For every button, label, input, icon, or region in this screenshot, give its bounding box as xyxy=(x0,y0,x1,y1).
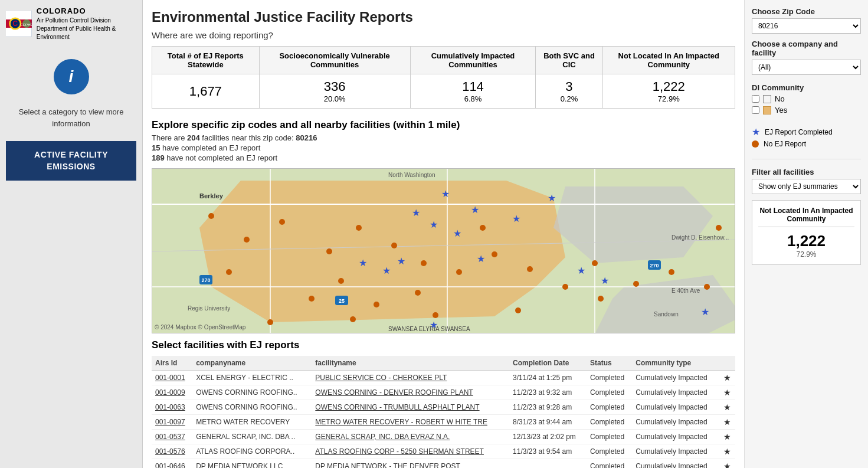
no-ej-label: No EJ Report xyxy=(764,140,806,148)
svg-text:★: ★ xyxy=(601,276,609,286)
col-header-cic: Cumulatively Impacted Communities xyxy=(410,47,536,74)
svg-point-50 xyxy=(267,319,273,325)
svg-point-55 xyxy=(226,269,232,275)
cell-company: DP MEDIA NETWORK LLC xyxy=(192,459,312,469)
table-row[interactable]: 001-0576 ATLAS ROOFING CORPORA.. ATLAS R… xyxy=(152,444,735,459)
cell-star: ★ xyxy=(719,385,735,400)
cell-date: 11/2/23 at 9:32 am xyxy=(509,385,587,400)
svg-text:★: ★ xyxy=(453,228,461,238)
zip-code-select[interactable]: 80216 xyxy=(752,18,861,34)
cell-airs-id[interactable]: 001-0576 xyxy=(152,444,192,459)
choose-company-section: Choose a company and facility (All) xyxy=(752,40,861,75)
select-category-text: Select a category to view more informati… xyxy=(6,106,136,129)
svg-text:★: ★ xyxy=(577,266,585,276)
cell-facility[interactable]: METRO WATER RECOVERY - ROBERT W HITE TRE xyxy=(312,415,509,430)
not-located-box: Not Located In An Impacted Community 1,2… xyxy=(752,200,861,265)
explore-line3: 189 have not completed an EJ report xyxy=(152,153,735,162)
table-row[interactable]: 001-0537 GENERAL SCRAP, INC. DBA .. GENE… xyxy=(152,430,735,444)
cell-airs-id[interactable]: 001-0646 xyxy=(152,459,192,469)
svg-point-39 xyxy=(309,296,315,302)
cell-facility[interactable]: PUBLIC SERVICE CO - CHEROKEE PLT xyxy=(312,371,509,385)
choose-zip-section: Choose Zip Code 80216 xyxy=(752,7,861,34)
svg-point-34 xyxy=(326,248,332,254)
not-located-header: Not Located In An Impacted Community xyxy=(758,207,854,227)
svg-point-36 xyxy=(391,243,397,248)
di-no-checkbox[interactable] xyxy=(752,95,759,103)
svg-text:Berkley: Berkley xyxy=(199,192,224,199)
svg-point-38 xyxy=(338,278,344,284)
svg-text:★: ★ xyxy=(477,254,485,264)
cell-status: Completed xyxy=(587,400,632,415)
cell-facility[interactable]: ATLAS ROOFING CORP - 5250 SHERMAN STREET xyxy=(312,444,509,459)
explore-line1: There are 204 facilities near this zip c… xyxy=(152,133,735,142)
cell-airs-id[interactable]: 001-0063 xyxy=(152,400,192,415)
cell-airs-id[interactable]: 001-0001 xyxy=(152,371,192,385)
cell-company: ATLAS ROOFING CORPORA.. xyxy=(192,444,312,459)
cell-company: GENERAL SCRAP, INC. DBA .. xyxy=(192,430,312,444)
cell-airs-id[interactable]: 001-0097 xyxy=(152,415,192,430)
cell-facility[interactable]: GENERAL SCRAP, INC. DBA EVRAZ N.A. xyxy=(312,430,509,444)
svg-point-44 xyxy=(527,266,533,272)
cell-date: 8/31/23 at 9:44 am xyxy=(509,415,587,430)
stat-cic: 114 6.8% xyxy=(410,74,536,109)
svg-text:★: ★ xyxy=(471,205,479,215)
map-container[interactable]: 270 25 270 Berkley Regis University SWAN… xyxy=(152,168,735,333)
cell-date: 11/3/23 at 9:54 am xyxy=(509,444,587,459)
cell-status: Completed xyxy=(587,385,632,400)
cell-star: ★ xyxy=(719,444,735,459)
table-row[interactable]: 001-0063 OWENS CORNING ROOFING.. OWENS C… xyxy=(152,400,735,415)
th-airs-id: Airs Id xyxy=(152,356,192,371)
stat-svc: 336 20.0% xyxy=(259,74,410,109)
cell-status: Completed xyxy=(587,371,632,385)
svg-point-52 xyxy=(433,312,438,318)
col-header-svc: Socioeconomically Vulnerable Communities xyxy=(259,47,410,74)
cell-airs-id[interactable]: 001-0009 xyxy=(152,385,192,400)
th-status: Status xyxy=(587,356,632,371)
active-facility-button[interactable]: ACTIVE FACILITY EMISSIONS xyxy=(6,141,136,181)
filter-label: Filter all facilities xyxy=(752,168,861,176)
table-row[interactable]: 001-0009 OWENS CORNING ROOFING.. OWENS C… xyxy=(152,385,735,400)
table-row[interactable]: 001-0646 DP MEDIA NETWORK LLC DP MEDIA N… xyxy=(152,459,735,469)
cell-airs-id[interactable]: 001-0537 xyxy=(152,430,192,444)
svg-point-42 xyxy=(456,269,462,275)
svg-text:E 40th Ave: E 40th Ave xyxy=(672,287,700,294)
di-no-swatch xyxy=(763,95,771,103)
svg-text:North Washington: North Washington xyxy=(388,172,435,178)
cell-star: ★ xyxy=(719,400,735,415)
svg-text:★: ★ xyxy=(397,256,405,266)
col-header-total: Total # of EJ Reports Statewide xyxy=(152,47,260,74)
th-star xyxy=(719,356,735,371)
cell-date: 3/11/24 at 1:25 pm xyxy=(509,371,587,385)
table-row[interactable]: 001-0097 METRO WATER RECOVERY METRO WATE… xyxy=(152,415,735,430)
info-icon: i xyxy=(54,59,89,94)
filter-select[interactable]: Show only EJ summaries xyxy=(752,179,861,194)
di-no-row: No xyxy=(752,94,861,103)
svg-point-54 xyxy=(592,260,598,266)
map-svg: 270 25 270 Berkley Regis University SWAN… xyxy=(152,169,735,333)
cell-facility[interactable]: OWENS CORNING - DENVER ROOFING PLANT xyxy=(312,385,509,400)
ej-legend-section: ★ EJ Report Completed No EJ Report xyxy=(752,126,861,150)
cell-community: Cumulatively Impacted xyxy=(632,415,719,430)
cell-facility[interactable]: OWENS CORNING - TRUMBULL ASPHALT PLANT xyxy=(312,400,509,415)
di-yes-label: Yes xyxy=(775,106,787,114)
svg-text:C: C xyxy=(12,19,18,28)
cell-date xyxy=(509,459,587,469)
svg-text:★: ★ xyxy=(548,193,556,203)
di-yes-checkbox[interactable] xyxy=(752,106,759,114)
no-ej-dot-icon xyxy=(752,140,759,148)
di-yes-swatch xyxy=(763,106,771,114)
svg-text:270: 270 xyxy=(201,277,210,283)
choose-company-label: Choose a company and facility xyxy=(752,40,861,57)
stat-both: 3 0.2% xyxy=(536,74,602,109)
svg-point-33 xyxy=(279,219,285,225)
th-date: Completion Date xyxy=(509,356,587,371)
svg-point-56 xyxy=(480,225,486,231)
svg-point-48 xyxy=(669,269,674,275)
table-row[interactable]: 001-0001 XCEL ENERGY - ELECTRIC .. PUBLI… xyxy=(152,371,735,385)
cell-date: 12/13/23 at 2:02 pm xyxy=(509,430,587,444)
cell-facility[interactable]: DP MEDIA NETWORK - THE DENVER POST xyxy=(312,459,509,469)
facility-section-title: Select facilities with EJ reports xyxy=(152,339,735,351)
svg-marker-10 xyxy=(199,181,565,322)
cell-date: 11/2/23 at 9:28 am xyxy=(509,400,587,415)
company-select[interactable]: (All) xyxy=(752,60,861,75)
